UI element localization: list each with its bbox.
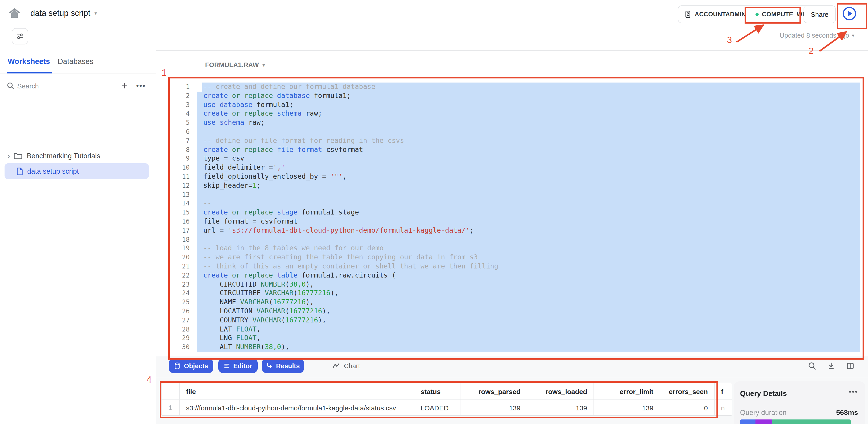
schema-context-selector[interactable]: FORMULA1.RAW ▾ [205,61,265,68]
chart-label: Chart [344,362,360,369]
table-cell: LOADED [414,400,461,415]
code-line: 11field_optionally_enclosed_by = '"', [170,172,860,182]
code-line: 29 LNG FLOAT, [170,334,860,343]
chart-tab[interactable]: Chart [332,358,360,373]
code-text: -- create and define our formula1 databa… [203,83,860,92]
add-worksheet-icon[interactable]: + [122,80,128,92]
page-title: data setup script [30,9,90,18]
table-cell: 139 [461,400,527,415]
top-bar: data setup script ▾ ACCOUN [0,0,868,51]
updated-status[interactable]: Updated 8 seconds ago ▾ [780,32,855,39]
column-header: f [715,383,732,400]
results-button[interactable]: Results [262,358,304,373]
more-options-icon[interactable]: ••• [136,81,146,91]
chevron-down-icon: ▾ [852,32,855,38]
objects-button[interactable]: Objects [169,358,213,373]
code-text: type = csv [197,154,860,163]
sliders-icon [16,32,24,40]
run-button[interactable] [842,6,857,21]
code-text [197,127,860,136]
code-line: 7-- define our file format for reading i… [170,136,860,145]
code-text [197,235,860,244]
code-line: 2create or replace database formula1; [170,92,860,101]
chevron-down-icon: ▾ [262,62,265,68]
line-number: 6 [170,127,190,136]
worksheet-title-group[interactable]: data setup script ▾ [30,9,97,18]
corner-cell [161,383,180,400]
code-text: ALT NUMBER(38,0), [197,343,860,352]
code-line: 20-- we are first creating the table the… [170,253,860,262]
objects-label: Objects [184,362,208,369]
results-label: Results [276,362,300,369]
table-cell: n [715,400,732,415]
updated-label: Updated 8 seconds ago [780,32,849,39]
line-number: 20 [170,253,190,262]
code-line: 24 CIRCUITREF VARCHAR(16777216), [170,289,860,298]
chevron-right-icon: › [7,152,10,160]
code-line: 9type = csv [170,154,860,163]
code-text: create or replace schema raw; [197,109,860,119]
code-line: 14-- [170,199,860,208]
line-number: 5 [170,118,190,127]
code-line: 10field_delimiter =',' [170,163,860,172]
code-text: url = 's3://formula1-dbt-cloud-python-de… [197,226,860,235]
code-line: 25 NAME VARCHAR(16777216), [170,298,860,307]
sidebar-item-folder[interactable]: › Benchmarking Tutorials [0,148,156,164]
results-table[interactable]: filestatusrows_parsedrows_loadederror_li… [161,383,732,416]
line-number: 10 [170,163,190,172]
query-details-menu-icon[interactable]: ••• [849,388,858,395]
query-details-panel: Query Details ••• Query duration 568ms [734,381,865,424]
search-results-icon[interactable] [808,362,816,370]
line-number: 30 [170,343,190,352]
split-panel-icon[interactable] [846,362,855,370]
role-label: ACCOUNTADMIN [695,11,746,18]
share-button[interactable]: Share [804,5,836,23]
tab-databases[interactable]: Databases [58,57,93,66]
line-number: 17 [170,226,190,235]
tab-worksheets[interactable]: Worksheets [8,57,50,66]
code-line: 12skip_header=1; [170,182,860,191]
sidebar-item-selected-worksheet[interactable]: data setup script [4,163,149,179]
code-line: 3use database formula1; [170,100,860,109]
play-icon [842,6,857,21]
sql-editor[interactable]: 1-- create and define our formula1 datab… [170,78,860,356]
search-icon [7,82,14,90]
line-number: 16 [170,217,190,226]
schema-context-label: FORMULA1.RAW [205,61,259,68]
column-header: status [414,383,461,400]
line-number: 1 [170,83,190,92]
duration-bar-segment [755,420,772,424]
line-number: 19 [170,244,190,253]
sidebar-tabs: Worksheets Databases [0,50,156,73]
context-pill[interactable]: ACCOUNTADMIN COMPUTE_WH [678,5,813,23]
folder-icon [13,152,22,160]
home-button[interactable] [8,7,21,20]
code-line: 21-- think of this as an empty container… [170,262,860,271]
column-header: file [180,383,414,400]
line-number: 7 [170,136,190,145]
code-line: 13 [170,190,860,199]
code-text: -- we are first creating the table then … [197,253,860,262]
editor-button[interactable]: Editor [218,358,258,373]
home-icon [8,7,21,20]
code-line: 6 [170,127,860,136]
folder-label: Benchmarking Tutorials [27,152,100,160]
line-number: 13 [170,190,190,199]
code-line: 19-- load in the 8 tables we need for ou… [170,244,860,253]
code-text: COUNTRY VARCHAR(16777216), [197,316,860,325]
code-line: 16file_format = csvformat [170,217,860,226]
results-section: Objects Editor Results [156,356,868,424]
search-input[interactable] [16,81,109,90]
share-label: Share [811,11,828,18]
line-number: 23 [170,280,190,289]
results-toolbar-icons [808,358,855,373]
line-number: 12 [170,182,190,191]
line-number: 29 [170,334,190,343]
code-text: CIRCUITREF VARCHAR(16777216), [197,289,860,298]
download-icon[interactable] [827,362,835,370]
user-badge-icon [684,10,691,18]
table-cell: 139 [594,400,660,415]
filters-button[interactable] [12,28,28,44]
code-text: create or replace file format csvformat [197,145,860,154]
line-number: 14 [170,199,190,208]
